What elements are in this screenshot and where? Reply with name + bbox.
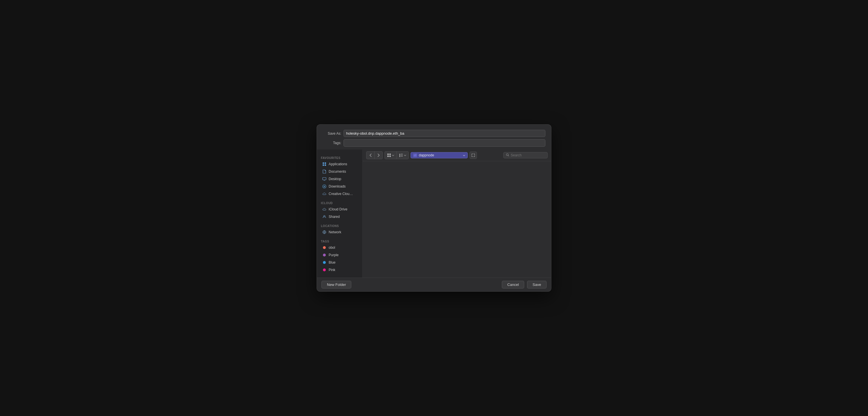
documents-label: Documents xyxy=(329,170,346,174)
tag-purple-icon xyxy=(322,253,327,257)
svg-rect-12 xyxy=(399,154,400,155)
tag-purple-label: Purple xyxy=(329,253,339,257)
new-folder-button[interactable]: New Folder xyxy=(321,281,351,288)
tag-obol-icon xyxy=(322,245,327,250)
tag-pink-label: Pink xyxy=(329,268,335,272)
sidebar-item-shared[interactable]: Shared xyxy=(318,213,361,220)
network-label: Network xyxy=(329,230,341,234)
svg-rect-3 xyxy=(324,164,326,166)
nav-buttons xyxy=(366,151,383,159)
downloads-label: Downloads xyxy=(329,184,345,188)
svg-rect-17 xyxy=(401,156,403,157)
shared-icon xyxy=(322,214,327,219)
save-button[interactable]: Save xyxy=(527,281,547,288)
applications-icon xyxy=(322,162,327,166)
search-input[interactable] xyxy=(511,153,545,157)
sidebar-item-tag-purple[interactable]: Purple xyxy=(318,252,361,258)
list-view-button[interactable] xyxy=(397,151,408,159)
sidebar-item-network[interactable]: Network xyxy=(318,229,361,236)
expand-button[interactable] xyxy=(469,151,477,159)
svg-rect-9 xyxy=(389,153,391,155)
tag-blue-icon xyxy=(322,260,327,265)
sidebar-item-creative-cloud[interactable]: Creative Clou… xyxy=(318,190,361,197)
svg-rect-8 xyxy=(388,153,389,155)
favourites-section-label: Favourites xyxy=(317,155,363,161)
location-name: dappnode xyxy=(419,153,461,157)
svg-rect-13 xyxy=(401,154,403,154)
icloud-drive-icon xyxy=(322,207,327,212)
tags-input[interactable] xyxy=(344,139,545,147)
tags-section-label: Tags xyxy=(317,238,363,244)
save-as-label: Save As: xyxy=(323,132,341,136)
locations-section-label: Locations xyxy=(317,223,363,229)
icloud-section-label: iCloud xyxy=(317,200,363,206)
footer-right: Cancel Save xyxy=(502,281,547,288)
svg-rect-4 xyxy=(323,178,326,180)
search-box xyxy=(503,152,548,159)
documents-icon xyxy=(322,169,327,174)
svg-rect-2 xyxy=(323,164,324,166)
creative-cloud-icon xyxy=(322,192,327,196)
desktop-icon xyxy=(322,177,327,181)
network-icon xyxy=(322,230,327,235)
save-as-input[interactable] xyxy=(344,130,545,137)
svg-rect-10 xyxy=(388,155,389,157)
location-folder-icon xyxy=(413,153,417,157)
location-chevron-icon xyxy=(463,154,465,157)
creative-cloud-label: Creative Clou… xyxy=(329,192,353,196)
desktop-label: Desktop xyxy=(329,177,341,181)
icon-view-button[interactable] xyxy=(385,151,397,159)
svg-rect-15 xyxy=(401,155,403,155)
sidebar-item-applications[interactable]: Applications xyxy=(318,161,361,168)
location-dropdown[interactable]: dappnode xyxy=(410,152,468,159)
sidebar-item-icloud-drive[interactable]: iCloud Drive xyxy=(318,206,361,213)
tag-blue-label: Blue xyxy=(329,261,336,265)
location-selector: dappnode xyxy=(410,151,502,159)
applications-label: Applications xyxy=(329,162,347,166)
sidebar-item-tag-obol[interactable]: obol xyxy=(318,244,361,251)
dialog-overlay: Save As: Tags: Favourites xyxy=(0,0,868,416)
svg-rect-11 xyxy=(389,155,391,157)
toolbar: dappnode xyxy=(363,149,551,161)
main-content: dappnode xyxy=(363,149,551,278)
tags-label: Tags: xyxy=(323,141,341,145)
sidebar-item-downloads[interactable]: Downloads xyxy=(318,183,361,190)
svg-point-6 xyxy=(324,216,325,217)
svg-rect-0 xyxy=(323,163,324,164)
view-buttons xyxy=(384,151,409,159)
file-area xyxy=(363,161,551,278)
icloud-drive-label: iCloud Drive xyxy=(329,207,347,211)
svg-rect-16 xyxy=(399,156,400,157)
tags-row: Tags: xyxy=(323,139,545,147)
sidebar-item-desktop[interactable]: Desktop xyxy=(318,176,361,182)
svg-rect-1 xyxy=(324,163,326,164)
save-as-row: Save As: xyxy=(323,130,545,137)
dialog-body: Favourites Applications xyxy=(317,149,551,278)
cancel-button[interactable]: Cancel xyxy=(502,281,524,288)
forward-button[interactable] xyxy=(374,151,382,159)
tag-obol-label: obol xyxy=(329,246,335,250)
tag-pink-icon xyxy=(322,268,327,272)
sidebar: Favourites Applications xyxy=(317,149,363,278)
form-area: Save As: Tags: xyxy=(317,125,551,149)
svg-rect-14 xyxy=(399,155,400,156)
sidebar-item-tag-blue[interactable]: Blue xyxy=(318,259,361,266)
shared-label: Shared xyxy=(329,215,340,219)
save-dialog: Save As: Tags: Favourites xyxy=(317,125,551,291)
sidebar-item-tag-pink[interactable]: Pink xyxy=(318,267,361,273)
footer: New Folder Cancel Save xyxy=(317,278,551,291)
sidebar-item-documents[interactable]: Documents xyxy=(318,168,361,175)
search-icon xyxy=(506,153,509,157)
back-button[interactable] xyxy=(366,151,374,159)
downloads-icon xyxy=(322,184,327,189)
